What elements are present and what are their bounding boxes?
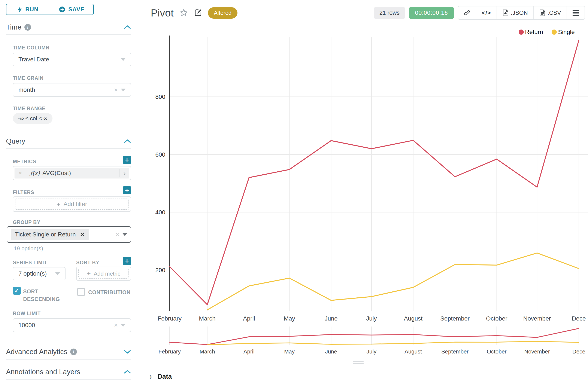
metrics-label: METRICS <box>13 159 36 165</box>
group-by-options-hint: 19 option(s) <box>14 245 43 252</box>
clear-icon[interactable]: × <box>113 231 122 238</box>
add-filter-button[interactable]: + Add filter <box>15 199 129 210</box>
svg-text:August: August <box>405 348 422 355</box>
add-metric-button[interactable]: + <box>123 156 131 164</box>
query-section-header[interactable]: Query <box>6 136 131 146</box>
chevron-right-icon[interactable]: › <box>120 169 129 177</box>
row-limit-select[interactable]: 10000 × <box>13 318 131 332</box>
svg-text:September: September <box>440 315 470 322</box>
chevron-down-icon[interactable] <box>124 350 131 354</box>
metric-pill[interactable]: × ƒ(x) AVG(Cost) › <box>15 168 129 178</box>
chart-panel: Pivot Altered 21 rows 00:00:00.16 </> .J… <box>137 0 588 380</box>
svg-text:February: February <box>159 348 181 355</box>
advanced-analytics-title: Advanced Analytics <box>6 348 67 356</box>
time-section-title: Time <box>6 23 21 31</box>
section-divider <box>6 34 131 35</box>
filters-label: FILTERS <box>13 190 34 195</box>
sort-by-add-metric[interactable]: + Add metric <box>78 269 129 279</box>
chevron-up-icon[interactable] <box>124 25 131 29</box>
svg-text:June: June <box>325 348 337 355</box>
plus-circle-icon <box>59 6 65 13</box>
section-divider <box>6 148 131 149</box>
contribution-checkbox[interactable] <box>77 288 85 296</box>
svg-text:July: July <box>366 348 376 355</box>
query-section-title: Query <box>6 137 25 145</box>
svg-text:November: November <box>524 348 550 355</box>
group-by-label: GROUP BY <box>13 220 41 225</box>
svg-text:Dece: Dece <box>572 315 586 322</box>
sort-descending-field: ✓ <box>13 287 21 295</box>
series-limit-label: SERIES LIMIT <box>13 260 47 266</box>
time-grain-value: month <box>19 86 111 93</box>
run-button[interactable]: RUN <box>6 4 50 15</box>
time-section-header[interactable]: Time i <box>6 22 131 32</box>
annotations-layers-title: Annotations and Layers <box>6 368 80 376</box>
add-filter-placeholder: Add filter <box>64 201 87 208</box>
time-column-select[interactable]: Travel Date <box>13 53 131 66</box>
time-grain-label: TIME GRAIN <box>13 75 43 81</box>
fx-icon: ƒ(x) <box>30 170 40 176</box>
sort-descending-label: SORT DESCENDING <box>23 287 51 303</box>
caret-down-icon <box>55 272 60 275</box>
metric-value: AVG(Cost) <box>42 170 120 176</box>
svg-text:September: September <box>441 348 469 355</box>
remove-tag-icon[interactable]: ✕ <box>80 231 85 238</box>
line-chart: 200400600800FebruaryMarchAprilMayJuneJul… <box>137 0 588 325</box>
time-range-pill[interactable]: -∞ ≤ col < ∞ <box>13 113 52 124</box>
time-grain-select[interactable]: month × <box>13 83 131 97</box>
run-button-label: RUN <box>25 6 39 13</box>
contribution-label: CONTRIBUTION <box>88 289 131 295</box>
clear-icon[interactable]: × <box>111 86 121 94</box>
data-section-label: Data <box>157 373 172 380</box>
svg-text:Dece: Dece <box>572 348 586 355</box>
chevron-up-icon[interactable] <box>124 370 131 374</box>
add-sort-metric-button[interactable]: + <box>123 257 131 265</box>
caret-down-icon <box>121 324 125 327</box>
mini-preview-chart[interactable]: FebruaryMarchAprilMayJuneJulyAugustSepte… <box>137 323 588 360</box>
advanced-analytics-header[interactable]: Advanced Analytics i <box>6 347 131 357</box>
sort-by-placeholder: Add metric <box>94 270 120 277</box>
svg-text:April: April <box>243 315 255 322</box>
info-icon: i <box>24 24 31 31</box>
group-by-select[interactable]: Ticket Single or Return ✕ × <box>7 226 131 243</box>
group-by-tag[interactable]: Ticket Single or Return ✕ <box>11 229 89 240</box>
caret-down-icon <box>121 58 125 61</box>
time-range-value: -∞ ≤ col < ∞ <box>18 115 47 122</box>
section-divider <box>6 379 131 380</box>
save-button-label: SAVE <box>68 6 84 13</box>
row-limit-value: 10000 <box>19 322 111 329</box>
save-button[interactable]: SAVE <box>50 4 93 15</box>
svg-text:April: April <box>243 348 255 355</box>
check-icon: ✓ <box>14 287 19 294</box>
data-section-toggle[interactable]: › Data <box>149 372 172 380</box>
time-column-value: Travel Date <box>19 56 121 63</box>
lightning-icon <box>18 6 22 13</box>
control-panel-sidebar: RUN SAVE Time i TIME COLUMN Travel Date … <box>0 0 137 380</box>
sort-by-label: SORT BY <box>76 260 99 266</box>
sort-descending-checkbox[interactable]: ✓ <box>13 287 21 295</box>
svg-text:May: May <box>284 315 295 322</box>
add-filter-plus-button[interactable]: + <box>123 186 131 194</box>
series-limit-value: 7 option(s) <box>19 270 55 277</box>
resize-handle[interactable] <box>351 360 365 365</box>
info-icon: i <box>70 349 77 355</box>
svg-text:600: 600 <box>155 151 165 158</box>
remove-metric-icon[interactable]: × <box>15 170 26 176</box>
svg-text:February: February <box>158 315 182 322</box>
chevron-up-icon[interactable] <box>124 139 131 143</box>
caret-down-icon <box>122 233 127 236</box>
metrics-container: × ƒ(x) AVG(Cost) › <box>13 166 131 180</box>
chevron-right-icon: › <box>149 371 152 380</box>
svg-text:400: 400 <box>155 209 165 216</box>
section-divider <box>6 360 131 360</box>
svg-text:May: May <box>284 348 295 355</box>
row-limit-label: ROW LIMIT <box>13 311 41 316</box>
annotations-layers-header[interactable]: Annotations and Layers <box>6 367 131 377</box>
svg-text:June: June <box>324 315 338 322</box>
superset-explore-page: RUN SAVE Time i TIME COLUMN Travel Date … <box>0 0 588 380</box>
clear-icon[interactable]: × <box>111 322 121 329</box>
plus-icon: + <box>57 200 61 208</box>
series-limit-select[interactable]: 7 option(s) <box>13 267 65 280</box>
svg-text:August: August <box>404 315 423 322</box>
run-save-button-group: RUN SAVE <box>6 4 94 15</box>
